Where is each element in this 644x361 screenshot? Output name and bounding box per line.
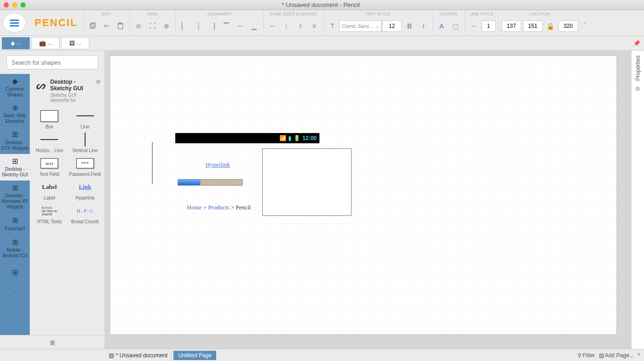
font-family-select[interactable]: Comic Sans ...⌵: [339, 20, 381, 32]
category-more-hidden[interactable]: ⊞: [0, 261, 30, 284]
line-style-button[interactable]: ─: [467, 19, 481, 33]
line-width-input[interactable]: [482, 20, 496, 32]
category-label: Desktop - Sketchy GUI: [1, 167, 29, 178]
sketchy-icon: ᔕ: [33, 79, 47, 93]
wifi-icon: 📶: [279, 135, 286, 141]
shape-label[interactable]: LabelLabel: [33, 180, 66, 201]
font-name: Comic Sans ...: [342, 23, 375, 29]
category-android[interactable]: ⊞Mobile - Android ICS: [0, 235, 30, 261]
copy-button[interactable]: [86, 19, 100, 33]
same-height-button[interactable]: ↕: [279, 19, 293, 33]
zoom-out-button[interactable]: ⊖: [132, 19, 146, 33]
document-indicator[interactable]: ▤ * Unsaved document: [105, 349, 172, 361]
fill-color-button[interactable]: ▢: [449, 19, 463, 33]
canvas-android-statusbar[interactable]: 📶 ▮ 🔋 12:00: [175, 133, 319, 143]
text-tool-button[interactable]: T: [325, 19, 339, 33]
category-sketchy[interactable]: ⊞Desktop - Sketchy GUI: [0, 154, 30, 180]
dots-icon: …: [48, 40, 53, 46]
main-menu-button[interactable]: [3, 13, 26, 33]
category-common-shapes[interactable]: ◆Common Shapes: [0, 74, 30, 100]
font-size-input[interactable]: [382, 20, 402, 32]
minimize-window-button[interactable]: [12, 2, 17, 7]
briefcase-icon: 💼: [39, 40, 46, 47]
close-window-button[interactable]: [4, 2, 9, 7]
shape-password-field[interactable]: ***Password Field: [68, 157, 102, 177]
battery-icon: 🔋: [293, 135, 300, 141]
category-more-button[interactable]: ⌄: [0, 284, 30, 298]
canvas-breadcrumb[interactable]: Home > Products > Pencil: [187, 204, 251, 211]
toolbar-more-button[interactable]: ›: [581, 10, 589, 35]
panel-tab-shapes[interactable]: ◆…: [2, 37, 30, 49]
zoom-fit-button[interactable]: ⛶: [146, 19, 159, 33]
shape-horizontal-line[interactable]: Horizo... Line: [33, 133, 66, 153]
align-left-button[interactable]: ▏: [178, 19, 192, 33]
distribute-h-button[interactable]: ⫴: [293, 19, 307, 33]
canvas-rectangle[interactable]: [262, 148, 352, 216]
collection-settings-button[interactable]: ⚙: [96, 79, 101, 103]
canvas-hyperlink[interactable]: Hyperlink: [206, 161, 230, 168]
crumb-home[interactable]: Home: [187, 204, 202, 211]
maximize-window-button[interactable]: [20, 2, 26, 7]
italic-button[interactable]: I: [417, 19, 431, 33]
shapes-grid: Box Line Horizo... Line Vertical Line te…: [32, 105, 103, 229]
sliders-icon[interactable]: ⚙: [635, 86, 640, 92]
shape-text-field[interactable]: textText Field: [33, 157, 66, 177]
shape-breadcrumb[interactable]: H › P › CBread Crumb: [68, 204, 102, 224]
statusbar-time: 12:00: [302, 135, 317, 141]
align-center-v-button[interactable]: ─: [233, 19, 247, 33]
canvas-progressbar[interactable]: [178, 179, 243, 186]
window-controls: [4, 2, 26, 7]
layers-icon: ◆: [11, 40, 15, 47]
category-basic-web[interactable]: ⊕Basic Web Elements: [0, 100, 30, 127]
shape-html-texts[interactable]: A tinciddis hims tusbacditHTML Texts: [33, 204, 66, 224]
filter-button[interactable]: ⚲Filter: [578, 352, 595, 359]
signal-icon: ▮: [288, 135, 292, 141]
shape-vertical-line[interactable]: Vertical Line: [68, 133, 102, 153]
canvas-area[interactable]: 📶 ▮ 🔋 12:00 Hyperlink Home > Products > …: [105, 51, 631, 349]
toolbar-group-zoom: 100% ⊖ ⛶ ⊕: [129, 10, 175, 35]
add-page-button[interactable]: ▤Add Page...: [599, 352, 634, 359]
category-label: Desktop - GTK Widgets: [1, 140, 29, 151]
location-x-input[interactable]: [502, 20, 521, 32]
group-label: LOCATION: [501, 10, 579, 17]
grid-view-icon[interactable]: ▦: [50, 339, 55, 346]
lock-button[interactable]: 🔒: [544, 19, 558, 33]
category-column: ◆Common Shapes ⊕Basic Web Elements ⊞Desk…: [0, 74, 30, 335]
category-gtk[interactable]: ⊞Desktop - GTK Widgets: [0, 127, 30, 154]
shape-hyperlink[interactable]: LinkHyperlink: [68, 180, 102, 201]
crumb-products[interactable]: Products: [208, 204, 230, 211]
bold-button[interactable]: B: [403, 19, 417, 33]
same-width-button[interactable]: ↔: [266, 19, 279, 33]
location-y-input[interactable]: [523, 20, 543, 32]
align-bottom-button[interactable]: ▁: [247, 19, 261, 33]
app-logo: PENCIL: [29, 10, 83, 35]
cut-button[interactable]: ✂: [100, 19, 113, 33]
panel-tab-images[interactable]: 🖼…: [61, 37, 89, 49]
align-center-h-button[interactable]: ┆: [192, 19, 206, 33]
search-input[interactable]: [7, 55, 98, 69]
location-w-input[interactable]: [558, 20, 578, 32]
zoom-in-button[interactable]: ⊕: [159, 19, 173, 33]
distribute-v-button[interactable]: ≡: [307, 19, 321, 33]
shapes-column: ᔕ Desktop - Sketchy GUI Sketchy GUI elem…: [30, 74, 105, 335]
canvas-page[interactable]: 📶 ▮ 🔋 12:00 Hyperlink Home > Products > …: [110, 55, 617, 335]
filter-icon: ⚲: [578, 352, 582, 359]
paste-button[interactable]: [113, 19, 127, 33]
grid-icon: ⊞: [12, 183, 18, 192]
pages-expand-button[interactable]: ^: [637, 352, 640, 359]
shape-line[interactable]: Line: [68, 109, 102, 129]
properties-panel-label[interactable]: Properties: [635, 55, 641, 81]
align-right-button[interactable]: ▕: [206, 19, 219, 33]
sidebar-footer: ▦: [0, 335, 105, 349]
shape-box[interactable]: Box: [33, 109, 66, 129]
pin-panel-button[interactable]: 📌: [631, 38, 642, 49]
page-tab[interactable]: Untitled Page: [173, 351, 216, 360]
document-name: * Unsaved document: [116, 352, 167, 359]
text-color-button[interactable]: A: [435, 19, 449, 33]
canvas-vertical-line[interactable]: [152, 142, 153, 184]
group-label: LINE STYLE: [467, 10, 497, 17]
category-windows-xp[interactable]: ⊞Desktop - Windows XP Widgets: [0, 180, 30, 213]
panel-tab-clipart[interactable]: 💼…: [32, 37, 60, 49]
align-top-button[interactable]: ▔: [219, 19, 233, 33]
category-flowchart[interactable]: ⊞Flowchart: [0, 213, 30, 235]
